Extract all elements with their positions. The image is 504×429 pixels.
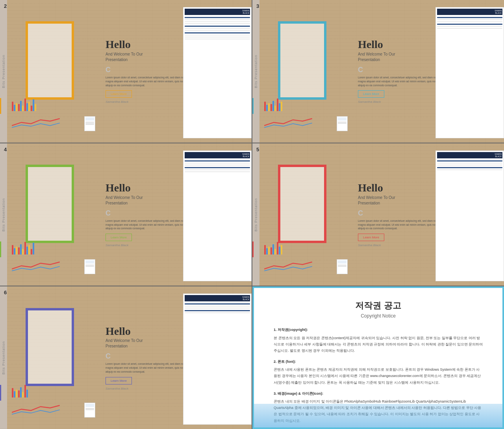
bar <box>20 387 22 397</box>
bar <box>16 103 17 111</box>
slide-inner-6: Hello And Welcome To Our Presentation C … <box>7 286 252 429</box>
bar <box>18 390 20 397</box>
mini-linechart-3 <box>264 114 315 131</box>
resume-line <box>185 37 250 37</box>
bar <box>279 247 280 254</box>
resume-line <box>437 163 502 163</box>
mini-docs-2 <box>84 116 95 131</box>
bar <box>272 101 274 111</box>
vertical-label-6: Bits Presentation <box>0 286 7 429</box>
mini-doc-line <box>85 409 94 410</box>
resume-line <box>185 312 250 313</box>
slide-number-5: 5 <box>256 147 259 152</box>
bar-group <box>277 98 282 111</box>
slide-content-4: Hello And Welcome To Our Presentation C … <box>7 143 252 286</box>
bar <box>279 103 280 111</box>
bar-group <box>31 243 34 254</box>
resume-line <box>437 28 502 29</box>
slide-content-3: Hello And Welcome To Our Presentation C … <box>259 0 504 143</box>
resume-section <box>185 160 250 162</box>
learn-more-btn-4[interactable]: Learn More <box>106 234 132 241</box>
resume-line <box>437 26 502 27</box>
resume-header: SAMANBLACK <box>437 9 502 15</box>
bar-group <box>18 387 24 397</box>
resume-header: SAMANBLACK <box>437 152 502 158</box>
bar <box>16 247 17 254</box>
slide-number-4: 4 <box>4 147 7 152</box>
bar-group <box>12 388 17 397</box>
slide-cell-3: Bits Presentation <box>252 0 504 143</box>
copyright-section-text-2: 콘텐츠 내에 사용된 폰트는 콘텐츠 제공자의 저작권에 의해 저작권으로 보호… <box>274 366 483 386</box>
bar <box>264 102 266 111</box>
slide-content-2: Hello And Welcome To Our Presentation C … <box>7 0 252 143</box>
resume-doc-5: SAMANBLACK <box>435 150 504 282</box>
bar <box>24 385 26 397</box>
bar <box>12 388 13 397</box>
chart-bars-6 <box>12 358 66 397</box>
mini-doc-line <box>338 122 346 123</box>
bar <box>18 104 20 111</box>
learn-more-btn-3[interactable]: Learn More <box>358 90 384 98</box>
slide-left-2 <box>7 0 100 143</box>
bar <box>20 101 22 111</box>
resume-section <box>437 24 502 25</box>
learn-more-btn-6[interactable]: Learn More <box>106 377 132 384</box>
bar <box>22 249 24 254</box>
resume-line <box>185 308 250 308</box>
slide-number-3: 3 <box>256 3 259 9</box>
bar <box>31 106 32 111</box>
vertical-label-4: Bits Presentation <box>0 143 7 286</box>
bar <box>26 247 28 254</box>
resume-line <box>185 163 250 163</box>
bar <box>271 104 272 111</box>
accent-line-3 <box>252 98 254 114</box>
bar <box>266 248 268 254</box>
resume-line <box>437 19 502 20</box>
mini-doc-line <box>338 265 346 266</box>
bar <box>26 103 28 111</box>
slide-cell-copyright: 저작권 공고 Copyright Notice 1. 저작권(copyright… <box>252 286 504 429</box>
bar-group <box>271 244 276 254</box>
copyright-section-2: 2. 폰트 (font): 콘텐츠 내에 사용된 폰트는 콘텐츠 제공자의 저작… <box>274 358 483 386</box>
bar-group <box>271 101 276 111</box>
bar <box>26 390 28 397</box>
chart-bars-4 <box>12 215 66 254</box>
accent-line-6 <box>0 385 1 401</box>
copyright-section-1: 1. 저작권(copyright): 본 콘텐츠의 모든 원 저작권은 콘텐츠(… <box>274 327 483 354</box>
vertical-label-5: Bits Presentation <box>252 143 259 286</box>
learn-more-btn-2[interactable]: Learn More <box>106 90 132 98</box>
copyright-title-kr: 저작권 공고 <box>355 300 401 312</box>
bar <box>277 242 278 254</box>
resume-doc-3: SAMANBLACK <box>435 7 504 138</box>
learn-more-btn-5[interactable]: Learn More <box>358 234 384 241</box>
resume-section <box>437 17 502 18</box>
bar <box>33 99 34 111</box>
bar <box>272 244 274 254</box>
bar <box>14 105 15 111</box>
mini-chart-2 <box>12 71 66 111</box>
resume-header: SAMANBLACK <box>185 152 250 158</box>
resume-doc-2: SAMANBLACK <box>183 7 252 138</box>
slide-cell-5: Bits Presentation <box>252 143 504 286</box>
mini-doc-line <box>85 123 94 124</box>
slide-left-5 <box>259 143 352 286</box>
chart-bars-5 <box>264 215 318 254</box>
resume-header: SAMANBLACK <box>185 9 250 15</box>
slide-cell-2: Bits Presentation <box>0 0 252 143</box>
bar <box>274 249 276 254</box>
resume-section <box>185 167 250 168</box>
resume-line <box>185 28 250 29</box>
bar-group <box>24 242 30 254</box>
resume-section <box>185 26 250 27</box>
bar-group <box>264 102 270 111</box>
resume-section <box>185 310 250 311</box>
resume-doc-6: SAMANBLACK <box>183 293 252 425</box>
resume-section <box>185 17 250 18</box>
bar <box>33 243 34 254</box>
mini-docs-6 <box>84 403 95 418</box>
mini-chart-4 <box>12 215 66 254</box>
slide-inner-5: Hello And Welcome To Our Presentation C … <box>259 143 504 286</box>
bar <box>281 102 282 111</box>
slide-inner-3: Hello And Welcome To Our Presentation C … <box>259 0 504 143</box>
slide-cell-6: Bits Presentation <box>0 286 252 429</box>
